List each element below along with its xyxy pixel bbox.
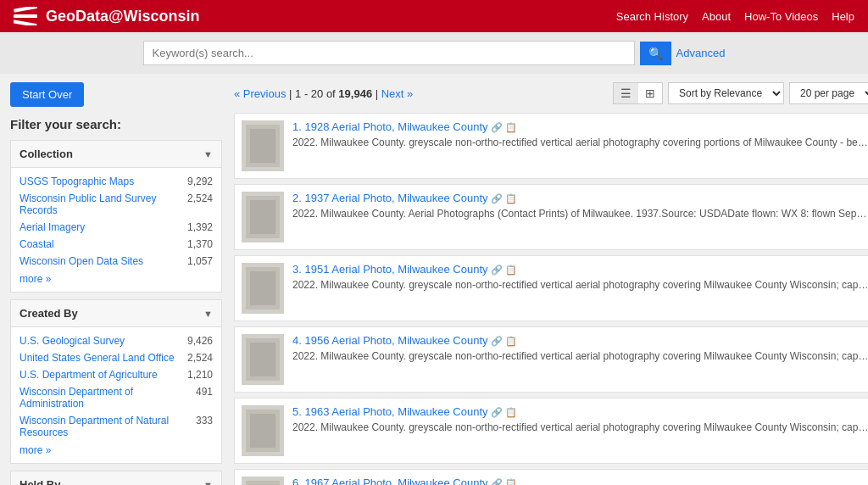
result-link-5[interactable]: 1967 Aerial Photo, Milwaukee County bbox=[304, 477, 487, 485]
created-by-item-3[interactable]: Wisconsin Department of Administration bbox=[19, 386, 196, 410]
result-thumbnail-3 bbox=[242, 334, 284, 385]
nav-help[interactable]: Help bbox=[832, 10, 854, 23]
svg-rect-19 bbox=[246, 481, 280, 485]
chevron-down-icon: ▼ bbox=[203, 309, 213, 319]
list-item: U.S. Geological Survey 9,426 bbox=[19, 332, 213, 349]
held-by-filter-header[interactable]: Held By ▼ bbox=[11, 471, 221, 485]
collection-item-3[interactable]: Coastal bbox=[19, 238, 54, 250]
result-num-4: 5. bbox=[292, 405, 302, 418]
result-link-3[interactable]: 1956 Aerial Photo, Milwaukee County bbox=[304, 334, 487, 347]
chevron-down-icon: ▼ bbox=[203, 480, 213, 486]
result-body-3: 4. 1956 Aerial Photo, Milwaukee County 🔗… bbox=[292, 334, 868, 385]
results-panel: « Previous | 1 - 20 of 19,946 | Next » ☰… bbox=[234, 82, 868, 485]
collection-count-3: 1,370 bbox=[187, 238, 213, 250]
created-by-count-3: 491 bbox=[196, 386, 213, 410]
table-row: 6. 1967 Aerial Photo, Milwaukee County 🔗… bbox=[234, 469, 868, 485]
created-by-item-1[interactable]: United States General Land Office bbox=[19, 352, 175, 364]
result-desc-4: 2022. Milwaukee County. greyscale non-or… bbox=[292, 421, 868, 435]
result-title-0: 1. 1928 Aerial Photo, Milwaukee County 🔗… bbox=[292, 120, 868, 133]
table-row: 5. 1963 Aerial Photo, Milwaukee County 🔗… bbox=[234, 398, 868, 464]
result-title-3: 4. 1956 Aerial Photo, Milwaukee County 🔗… bbox=[292, 334, 868, 347]
result-thumbnail-4 bbox=[242, 405, 284, 456]
grid-view-button[interactable]: ⊞ bbox=[638, 83, 662, 103]
sort-dropdown[interactable]: Sort by Relevance bbox=[668, 82, 784, 104]
svg-rect-1 bbox=[14, 14, 37, 18]
chevron-down-icon: ▼ bbox=[203, 149, 213, 159]
advanced-search-link[interactable]: Advanced bbox=[676, 47, 726, 59]
result-link-0[interactable]: 1928 Aerial Photo, Milwaukee County bbox=[304, 120, 487, 133]
prev-link[interactable]: « Previous bbox=[234, 87, 286, 100]
created-by-filter-header[interactable]: Created By ▼ bbox=[11, 300, 221, 327]
brand: GeoData@Wisconsin bbox=[14, 7, 199, 25]
created-by-filter: Created By ▼ U.S. Geological Survey 9,42… bbox=[10, 299, 222, 464]
created-by-label: Created By bbox=[19, 307, 78, 320]
result-link-1[interactable]: 1937 Aerial Photo, Milwaukee County bbox=[304, 192, 487, 204]
result-title-2: 3. 1951 Aerial Photo, Milwaukee County 🔗… bbox=[292, 263, 868, 276]
list-view-button[interactable]: ☰ bbox=[614, 83, 638, 103]
result-desc-3: 2022. Milwaukee County. greyscale non-or… bbox=[292, 349, 868, 364]
pagination-info: « Previous | 1 - 20 of 19,946 | Next » bbox=[234, 87, 413, 100]
collection-item-2[interactable]: Aerial Imagery bbox=[19, 221, 85, 233]
result-thumbnail-2 bbox=[242, 263, 284, 314]
result-thumbnail-5 bbox=[242, 477, 284, 485]
created-by-more[interactable]: more » bbox=[19, 444, 51, 456]
created-by-item-0[interactable]: U.S. Geological Survey bbox=[19, 335, 125, 347]
svg-rect-5 bbox=[250, 129, 275, 163]
result-title-1: 2. 1937 Aerial Photo, Milwaukee County 🔗… bbox=[292, 192, 868, 204]
result-thumbnail-1 bbox=[242, 192, 284, 242]
nav-howto[interactable]: How-To Videos bbox=[744, 10, 818, 23]
collection-label: Collection bbox=[19, 148, 73, 160]
search-icon: 🔍 bbox=[648, 47, 663, 60]
next-link[interactable]: Next » bbox=[381, 87, 414, 100]
table-row: 4. 1956 Aerial Photo, Milwaukee County 🔗… bbox=[234, 326, 868, 393]
held-by-filter: Held By ▼ U.S. Geological Survey 9,292 U… bbox=[10, 471, 222, 485]
result-desc-2: 2022. Milwaukee County. greyscale non-or… bbox=[292, 278, 868, 293]
per-page-dropdown[interactable]: 20 per page bbox=[789, 82, 868, 104]
svg-rect-17 bbox=[250, 414, 275, 448]
collection-count-0: 9,292 bbox=[187, 176, 213, 187]
search-bar: 🔍 Advanced bbox=[0, 32, 868, 74]
start-over-button[interactable]: Start Over bbox=[10, 82, 84, 107]
result-num-0: 1. bbox=[292, 120, 302, 133]
created-by-count-4: 333 bbox=[196, 415, 213, 438]
result-num-5: 6. bbox=[292, 477, 302, 485]
svg-rect-2 bbox=[14, 20, 37, 25]
collection-filter-header[interactable]: Collection ▼ bbox=[11, 141, 221, 168]
collection-more[interactable]: more » bbox=[19, 273, 51, 285]
result-title-5: 6. 1967 Aerial Photo, Milwaukee County 🔗… bbox=[292, 477, 868, 485]
result-link-4[interactable]: 1963 Aerial Photo, Milwaukee County bbox=[304, 405, 487, 418]
result-thumbnail-0 bbox=[242, 120, 284, 171]
created-by-item-2[interactable]: U.S. Department of Agriculture bbox=[19, 369, 158, 381]
list-item: Wisconsin Public Land Survey Records 2,5… bbox=[19, 190, 213, 219]
result-title-4: 5. 1963 Aerial Photo, Milwaukee County 🔗… bbox=[292, 405, 868, 418]
result-icons-1: 🔗 📋 bbox=[491, 193, 517, 203]
result-icons-3: 🔗 📋 bbox=[491, 336, 517, 346]
collection-filter-body: USGS Topographic Maps 9,292 Wisconsin Pu… bbox=[11, 168, 221, 292]
svg-rect-8 bbox=[250, 200, 275, 234]
collection-item-1[interactable]: Wisconsin Public Land Survey Records bbox=[19, 192, 187, 216]
result-icons-4: 🔗 📋 bbox=[491, 407, 517, 417]
table-row: 1. 1928 Aerial Photo, Milwaukee County 🔗… bbox=[234, 113, 868, 179]
nav-about[interactable]: About bbox=[702, 10, 731, 23]
list-item: Wisconsin Department of Administration 4… bbox=[19, 383, 213, 412]
created-by-item-4[interactable]: Wisconsin Department of Natural Resource… bbox=[19, 415, 196, 438]
result-icons-0: 🔗 📋 bbox=[491, 122, 517, 132]
logo-icon bbox=[14, 7, 37, 25]
collection-count-1: 2,524 bbox=[187, 192, 213, 216]
nav-search-history[interactable]: Search History bbox=[616, 10, 688, 23]
result-body-0: 1. 1928 Aerial Photo, Milwaukee County 🔗… bbox=[292, 120, 868, 171]
collection-count-4: 1,057 bbox=[187, 255, 213, 267]
table-row: 3. 1951 Aerial Photo, Milwaukee County 🔗… bbox=[234, 255, 868, 321]
collection-filter: Collection ▼ USGS Topographic Maps 9,292… bbox=[10, 140, 222, 293]
svg-rect-0 bbox=[14, 7, 37, 13]
view-toggle: ☰ ⊞ bbox=[613, 82, 663, 104]
result-body-2: 3. 1951 Aerial Photo, Milwaukee County 🔗… bbox=[292, 263, 868, 314]
toolbar-right: ☰ ⊞ Sort by Relevance 20 per page bbox=[613, 82, 868, 104]
result-body-4: 5. 1963 Aerial Photo, Milwaukee County 🔗… bbox=[292, 405, 868, 456]
result-link-2[interactable]: 1951 Aerial Photo, Milwaukee County bbox=[304, 263, 487, 276]
search-input[interactable] bbox=[143, 41, 635, 65]
collection-item-0[interactable]: USGS Topographic Maps bbox=[19, 176, 134, 187]
collection-item-4[interactable]: Wisconsin Open Data Sites bbox=[19, 255, 143, 267]
search-button[interactable]: 🔍 bbox=[640, 42, 671, 65]
collection-count-2: 1,392 bbox=[187, 221, 213, 233]
